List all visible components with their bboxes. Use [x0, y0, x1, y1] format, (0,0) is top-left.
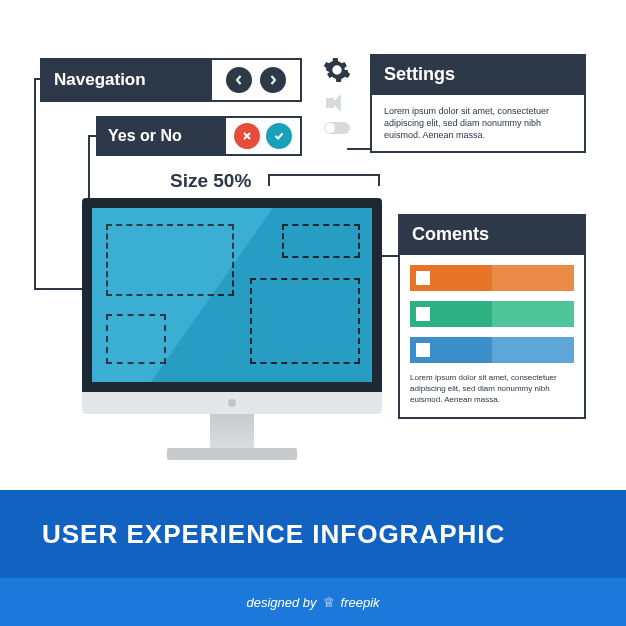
monitor-screen	[92, 208, 372, 382]
settings-text: Lorem ipsum dolor sit amet, consectetuer…	[370, 95, 586, 153]
connector	[347, 148, 370, 150]
comment-bar-orange[interactable]	[410, 265, 574, 291]
navigation-box: Navegation	[40, 58, 302, 102]
yesno-label: Yes or No	[96, 116, 224, 156]
checkbox-icon[interactable]	[416, 307, 430, 321]
speaker-icon[interactable]	[326, 94, 348, 112]
gear-icon[interactable]	[323, 56, 351, 84]
comment-bar-green[interactable]	[410, 301, 574, 327]
chevron-left-icon	[234, 75, 244, 85]
chevron-right-icon	[268, 75, 278, 85]
nav-next-button[interactable]	[260, 67, 286, 93]
credit-name: freepik	[341, 595, 380, 610]
toggle-switch[interactable]	[324, 122, 350, 134]
check-icon	[273, 130, 285, 142]
footer-credit: designed by ♕ freepik	[0, 578, 626, 626]
comment-bar-blue[interactable]	[410, 337, 574, 363]
nav-prev-button[interactable]	[226, 67, 252, 93]
no-button[interactable]	[234, 123, 260, 149]
navigation-label: Navegation	[40, 58, 210, 102]
footer-title: USER EXPERIENCE INFOGRAPHIC	[0, 490, 626, 578]
monitor-base	[167, 448, 297, 460]
checkbox-icon[interactable]	[416, 343, 430, 357]
comments-panel: Coments Lorem ipsum dolor sit amet, cons…	[398, 214, 586, 419]
wireframe-box	[282, 224, 360, 258]
yes-button[interactable]	[266, 123, 292, 149]
crown-icon: ♕	[323, 595, 335, 610]
connector	[34, 78, 36, 288]
close-icon	[241, 130, 253, 142]
comments-text: Lorem ipsum dolor sit amet, consectetuer…	[410, 373, 574, 405]
monitor-chin	[82, 392, 382, 414]
checkbox-icon[interactable]	[416, 271, 430, 285]
size-label: Size 50%	[170, 170, 251, 192]
navigation-controls	[210, 58, 302, 102]
comments-title: Coments	[398, 214, 586, 255]
settings-icon-column	[320, 56, 354, 134]
yesno-controls	[224, 116, 302, 156]
wireframe-box	[250, 278, 360, 364]
yesno-box: Yes or No	[96, 116, 302, 156]
settings-title: Settings	[370, 54, 586, 95]
wireframe-box	[106, 224, 234, 296]
size-bracket	[268, 174, 380, 190]
monitor	[82, 198, 382, 460]
wireframe-box	[106, 314, 166, 364]
settings-panel: Settings Lorem ipsum dolor sit amet, con…	[370, 54, 586, 153]
credit-prefix: designed by	[246, 595, 316, 610]
monitor-stand	[210, 414, 254, 448]
